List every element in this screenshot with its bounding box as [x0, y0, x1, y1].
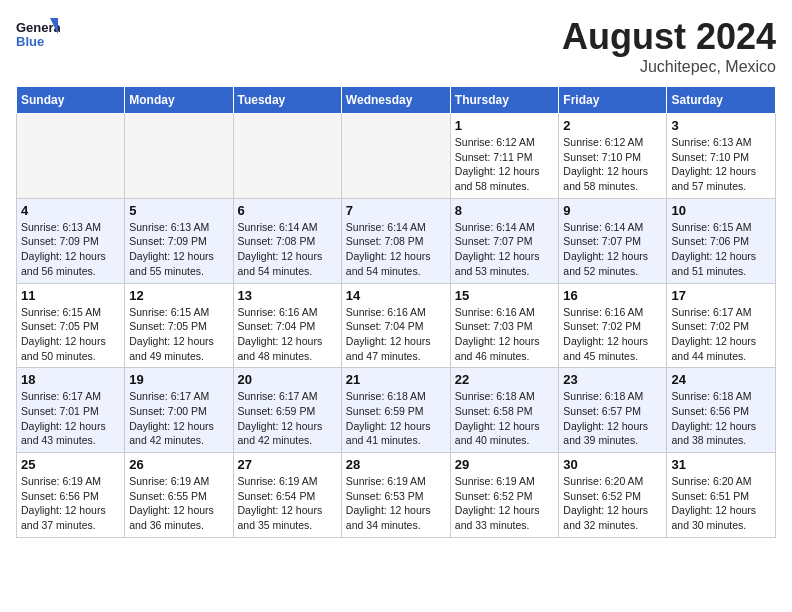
day-number: 3: [671, 118, 771, 133]
day-cell: 5Sunrise: 6:13 AMSunset: 7:09 PMDaylight…: [125, 198, 233, 283]
day-number: 27: [238, 457, 337, 472]
day-info: Sunrise: 6:13 AMSunset: 7:09 PMDaylight:…: [129, 220, 228, 279]
day-number: 29: [455, 457, 555, 472]
day-cell: 6Sunrise: 6:14 AMSunset: 7:08 PMDaylight…: [233, 198, 341, 283]
calendar-week-row: 1Sunrise: 6:12 AMSunset: 7:11 PMDaylight…: [17, 114, 776, 199]
day-info: Sunrise: 6:15 AMSunset: 7:06 PMDaylight:…: [671, 220, 771, 279]
day-number: 15: [455, 288, 555, 303]
day-cell: 22Sunrise: 6:18 AMSunset: 6:58 PMDayligh…: [450, 368, 559, 453]
day-info: Sunrise: 6:14 AMSunset: 7:08 PMDaylight:…: [238, 220, 337, 279]
day-number: 14: [346, 288, 446, 303]
weekday-header-saturday: Saturday: [667, 87, 776, 114]
day-cell: 3Sunrise: 6:13 AMSunset: 7:10 PMDaylight…: [667, 114, 776, 199]
day-info: Sunrise: 6:20 AMSunset: 6:51 PMDaylight:…: [671, 474, 771, 533]
day-info: Sunrise: 6:17 AMSunset: 7:00 PMDaylight:…: [129, 389, 228, 448]
day-cell: 28Sunrise: 6:19 AMSunset: 6:53 PMDayligh…: [341, 453, 450, 538]
day-number: 16: [563, 288, 662, 303]
day-info: Sunrise: 6:16 AMSunset: 7:03 PMDaylight:…: [455, 305, 555, 364]
page-header: General Blue August 2024 Juchitepec, Mex…: [16, 16, 776, 76]
day-cell: 20Sunrise: 6:17 AMSunset: 6:59 PMDayligh…: [233, 368, 341, 453]
day-cell: 1Sunrise: 6:12 AMSunset: 7:11 PMDaylight…: [450, 114, 559, 199]
day-cell: 26Sunrise: 6:19 AMSunset: 6:55 PMDayligh…: [125, 453, 233, 538]
day-cell: 14Sunrise: 6:16 AMSunset: 7:04 PMDayligh…: [341, 283, 450, 368]
day-number: 6: [238, 203, 337, 218]
day-info: Sunrise: 6:18 AMSunset: 6:59 PMDaylight:…: [346, 389, 446, 448]
day-number: 20: [238, 372, 337, 387]
day-info: Sunrise: 6:17 AMSunset: 6:59 PMDaylight:…: [238, 389, 337, 448]
day-number: 18: [21, 372, 120, 387]
day-number: 17: [671, 288, 771, 303]
day-cell: 17Sunrise: 6:17 AMSunset: 7:02 PMDayligh…: [667, 283, 776, 368]
day-info: Sunrise: 6:13 AMSunset: 7:09 PMDaylight:…: [21, 220, 120, 279]
svg-text:Blue: Blue: [16, 34, 44, 49]
day-number: 12: [129, 288, 228, 303]
day-cell: 9Sunrise: 6:14 AMSunset: 7:07 PMDaylight…: [559, 198, 667, 283]
day-cell: 16Sunrise: 6:16 AMSunset: 7:02 PMDayligh…: [559, 283, 667, 368]
empty-cell: [341, 114, 450, 199]
day-cell: 15Sunrise: 6:16 AMSunset: 7:03 PMDayligh…: [450, 283, 559, 368]
day-cell: 8Sunrise: 6:14 AMSunset: 7:07 PMDaylight…: [450, 198, 559, 283]
logo: General Blue: [16, 16, 60, 60]
day-info: Sunrise: 6:12 AMSunset: 7:10 PMDaylight:…: [563, 135, 662, 194]
day-cell: 7Sunrise: 6:14 AMSunset: 7:08 PMDaylight…: [341, 198, 450, 283]
day-info: Sunrise: 6:14 AMSunset: 7:08 PMDaylight:…: [346, 220, 446, 279]
month-year: August 2024: [562, 16, 776, 58]
day-number: 10: [671, 203, 771, 218]
day-info: Sunrise: 6:15 AMSunset: 7:05 PMDaylight:…: [129, 305, 228, 364]
empty-cell: [125, 114, 233, 199]
day-cell: 12Sunrise: 6:15 AMSunset: 7:05 PMDayligh…: [125, 283, 233, 368]
day-cell: 13Sunrise: 6:16 AMSunset: 7:04 PMDayligh…: [233, 283, 341, 368]
day-cell: 31Sunrise: 6:20 AMSunset: 6:51 PMDayligh…: [667, 453, 776, 538]
day-info: Sunrise: 6:17 AMSunset: 7:01 PMDaylight:…: [21, 389, 120, 448]
weekday-header-friday: Friday: [559, 87, 667, 114]
logo-svg: General Blue: [16, 16, 60, 60]
day-info: Sunrise: 6:18 AMSunset: 6:57 PMDaylight:…: [563, 389, 662, 448]
day-number: 8: [455, 203, 555, 218]
weekday-header-row: SundayMondayTuesdayWednesdayThursdayFrid…: [17, 87, 776, 114]
day-info: Sunrise: 6:20 AMSunset: 6:52 PMDaylight:…: [563, 474, 662, 533]
day-number: 25: [21, 457, 120, 472]
day-cell: 2Sunrise: 6:12 AMSunset: 7:10 PMDaylight…: [559, 114, 667, 199]
day-info: Sunrise: 6:16 AMSunset: 7:04 PMDaylight:…: [346, 305, 446, 364]
day-info: Sunrise: 6:16 AMSunset: 7:02 PMDaylight:…: [563, 305, 662, 364]
day-number: 31: [671, 457, 771, 472]
day-number: 26: [129, 457, 228, 472]
day-number: 28: [346, 457, 446, 472]
day-number: 13: [238, 288, 337, 303]
day-info: Sunrise: 6:19 AMSunset: 6:56 PMDaylight:…: [21, 474, 120, 533]
day-info: Sunrise: 6:13 AMSunset: 7:10 PMDaylight:…: [671, 135, 771, 194]
day-cell: 4Sunrise: 6:13 AMSunset: 7:09 PMDaylight…: [17, 198, 125, 283]
day-info: Sunrise: 6:18 AMSunset: 6:58 PMDaylight:…: [455, 389, 555, 448]
weekday-header-thursday: Thursday: [450, 87, 559, 114]
day-cell: 23Sunrise: 6:18 AMSunset: 6:57 PMDayligh…: [559, 368, 667, 453]
day-number: 7: [346, 203, 446, 218]
weekday-header-tuesday: Tuesday: [233, 87, 341, 114]
empty-cell: [17, 114, 125, 199]
day-cell: 18Sunrise: 6:17 AMSunset: 7:01 PMDayligh…: [17, 368, 125, 453]
calendar-week-row: 4Sunrise: 6:13 AMSunset: 7:09 PMDaylight…: [17, 198, 776, 283]
empty-cell: [233, 114, 341, 199]
day-cell: 25Sunrise: 6:19 AMSunset: 6:56 PMDayligh…: [17, 453, 125, 538]
day-number: 2: [563, 118, 662, 133]
day-cell: 21Sunrise: 6:18 AMSunset: 6:59 PMDayligh…: [341, 368, 450, 453]
day-info: Sunrise: 6:19 AMSunset: 6:53 PMDaylight:…: [346, 474, 446, 533]
day-number: 24: [671, 372, 771, 387]
day-number: 22: [455, 372, 555, 387]
day-cell: 11Sunrise: 6:15 AMSunset: 7:05 PMDayligh…: [17, 283, 125, 368]
day-number: 11: [21, 288, 120, 303]
day-number: 1: [455, 118, 555, 133]
day-info: Sunrise: 6:12 AMSunset: 7:11 PMDaylight:…: [455, 135, 555, 194]
day-number: 21: [346, 372, 446, 387]
day-cell: 29Sunrise: 6:19 AMSunset: 6:52 PMDayligh…: [450, 453, 559, 538]
day-number: 19: [129, 372, 228, 387]
day-info: Sunrise: 6:14 AMSunset: 7:07 PMDaylight:…: [455, 220, 555, 279]
day-number: 4: [21, 203, 120, 218]
weekday-header-sunday: Sunday: [17, 87, 125, 114]
day-info: Sunrise: 6:14 AMSunset: 7:07 PMDaylight:…: [563, 220, 662, 279]
day-number: 5: [129, 203, 228, 218]
calendar-week-row: 11Sunrise: 6:15 AMSunset: 7:05 PMDayligh…: [17, 283, 776, 368]
day-cell: 27Sunrise: 6:19 AMSunset: 6:54 PMDayligh…: [233, 453, 341, 538]
day-cell: 19Sunrise: 6:17 AMSunset: 7:00 PMDayligh…: [125, 368, 233, 453]
day-info: Sunrise: 6:16 AMSunset: 7:04 PMDaylight:…: [238, 305, 337, 364]
day-number: 9: [563, 203, 662, 218]
